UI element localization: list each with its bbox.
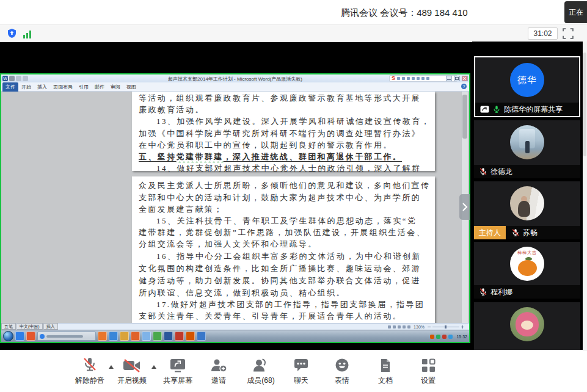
taskbar-powerpoint-icon[interactable] <box>186 332 195 341</box>
tray-icon[interactable] <box>430 335 434 339</box>
start-video-button[interactable]: 开启视频 <box>108 356 156 386</box>
participant-label: 徐德龙 <box>474 165 580 178</box>
docs-button[interactable]: 文档 <box>361 356 410 386</box>
taskbar-firefox-icon[interactable] <box>131 332 140 341</box>
doc-line: 健身活动等，助力创新发展。协同其他支部举办联合文体活动，促进 <box>139 275 421 286</box>
tab-view[interactable]: 视图 <box>123 82 139 92</box>
participant-label: 陈德华的屏幕共享 <box>475 103 579 116</box>
participant-tile-sharing[interactable]: 德华 陈德华的屏幕共享 <box>474 56 580 117</box>
unmute-button[interactable]: 解除静音 <box>65 356 114 386</box>
settings-button[interactable]: 设置 <box>404 356 453 386</box>
network-signal-icon[interactable] <box>23 30 32 41</box>
tray-clock: 15:32 <box>456 335 467 339</box>
tab-page-layout[interactable]: 页面布局 <box>50 82 76 92</box>
tray-icon[interactable] <box>448 335 453 339</box>
avatar <box>510 307 544 341</box>
doc-line: 文化氛围的构建创造条件，比如全所广播操比赛、趣味运动会、郊游 <box>139 263 421 274</box>
view-mode-icon[interactable] <box>398 325 401 328</box>
zoom-slider-knob[interactable] <box>445 325 447 328</box>
tab-mailings[interactable]: 邮件 <box>92 82 108 92</box>
ime-clipboard-icon[interactable] <box>417 77 420 80</box>
fullscreen-button[interactable] <box>563 28 574 39</box>
ime-shape-icon[interactable] <box>402 77 405 80</box>
scrollbar-thumb[interactable] <box>462 95 467 139</box>
panel-scrollbar-thumb[interactable] <box>583 53 586 156</box>
heading-prefix: 五、坚持 <box>139 152 177 161</box>
taskbar-sogou-icon[interactable] <box>26 332 35 341</box>
windows-start-button[interactable] <box>3 331 13 341</box>
participant-tile-host[interactable]: 主持人 苏畅 <box>474 181 580 239</box>
ime-toolbox-icon[interactable] <box>426 77 429 80</box>
windows-language-bar: 五笔 中文(中国) 插入 <box>1 323 58 330</box>
participant-tile[interactable]: 刘雨茜 <box>474 302 580 350</box>
doc-line: 建带群建，党群促创新”工作思路，加强队伍建设，开展组织生活会、 <box>139 227 426 238</box>
taskbar-explorer-icon[interactable] <box>120 332 129 341</box>
chat-icon <box>293 358 309 373</box>
doc-line: 加强《中国科学院声学研究所对科研不端行为的调查处理暂行办法》 <box>139 128 421 139</box>
tab-references[interactable]: 引用 <box>76 82 92 92</box>
start-video-label: 开启视频 <box>117 376 147 386</box>
taskbar-active-window-button[interactable] <box>37 332 96 341</box>
doc-line: 在中心党员和职工中的宣传，以期起到良好的警示教育作用。 <box>139 140 393 151</box>
participant-tile[interactable]: 徐德龙 <box>474 120 580 178</box>
avatar-art <box>518 260 537 276</box>
taskbar-ie-icon[interactable] <box>15 332 24 341</box>
screen-share-indicator-icon <box>480 105 489 114</box>
taskbar-ie2-icon[interactable] <box>109 332 118 341</box>
members-label: 成员(68) <box>247 376 274 386</box>
ime-emoji-icon[interactable] <box>407 77 410 80</box>
taskbar-media-player-icon[interactable] <box>98 332 107 341</box>
tab-home[interactable]: 开始 <box>18 82 34 92</box>
emoji-icon <box>334 358 350 373</box>
emoji-button[interactable]: 表情 <box>318 356 366 386</box>
ime-mode-icon[interactable] <box>397 77 400 80</box>
taskbar-photos-icon[interactable] <box>197 332 206 341</box>
tab-file[interactable]: 文件 <box>2 82 18 92</box>
tab-review[interactable]: 审阅 <box>108 82 123 92</box>
tray-icon[interactable] <box>442 335 447 339</box>
view-mode-icon[interactable] <box>388 325 391 328</box>
taskbar-word-icon[interactable] <box>164 332 173 341</box>
zoom-in-icon[interactable] <box>461 325 464 328</box>
mic-muted-icon <box>511 228 520 237</box>
collapse-video-panel-button[interactable] <box>459 194 470 220</box>
windows-taskbar: 15:32 <box>1 330 469 342</box>
sogou-logo-icon: S <box>392 76 395 81</box>
ime-skin-icon[interactable] <box>421 77 425 80</box>
zoom-out-icon[interactable] <box>428 325 431 328</box>
ime-insert-segment[interactable]: 插入 <box>43 323 58 330</box>
close-icon[interactable] <box>462 76 468 81</box>
share-screen-label: 共享屏幕 <box>163 376 192 386</box>
ime-language-segment[interactable]: 中文(中国) <box>16 323 43 330</box>
mic-muted-icon <box>82 357 98 373</box>
meeting-timer: 31:02 <box>528 27 558 40</box>
taskbar-pdf-icon[interactable] <box>175 332 184 341</box>
doc-line: 15、关注科技骨干、青年职工及学生群体的思想动态，落实“党 <box>156 216 417 227</box>
participant-tile[interactable]: 柿柿大吉 程利娜 <box>474 242 580 299</box>
view-mode-icon[interactable] <box>407 325 410 328</box>
invite-label: 邀请 <box>211 376 226 386</box>
window-title-placeholder <box>46 335 83 338</box>
heading-suffix: ，深入推进统战、群团和离退休干部工作。 <box>224 152 403 161</box>
avatar-art <box>525 141 530 153</box>
zoom-slider[interactable] <box>432 327 459 327</box>
help-icon[interactable]: ? <box>461 84 467 89</box>
document-page-1: 等活动，组织观看廉政教育片、参观廉政警示教育基地等形式大开展 廉政教育活动。 1… <box>132 92 435 171</box>
meeting-protect-shield-icon[interactable] <box>7 28 17 41</box>
minimize-icon[interactable] <box>446 76 452 81</box>
panel-scrollbar[interactable] <box>583 42 587 350</box>
status-bar <box>0 25 587 42</box>
ime-mic-icon[interactable] <box>412 77 415 80</box>
view-mode-icon[interactable] <box>393 325 396 328</box>
taskbar-cloud-app-icon[interactable] <box>142 332 151 341</box>
invite-button[interactable]: 邀请 <box>194 356 243 386</box>
tray-icon[interactable] <box>436 335 440 339</box>
browser-icon <box>40 334 45 339</box>
view-mode-icon[interactable] <box>403 325 406 328</box>
doc-heading: 五、坚持党建带群建，深入推进统战、群团和离退休干部工作。 <box>139 151 402 162</box>
mic-muted-icon <box>479 167 487 176</box>
ime-segment[interactable]: 五笔 <box>1 323 16 330</box>
maximize-icon[interactable] <box>454 76 460 81</box>
tab-insert[interactable]: 插入 <box>34 82 50 92</box>
taskbar-360-browser-icon[interactable] <box>153 332 162 341</box>
